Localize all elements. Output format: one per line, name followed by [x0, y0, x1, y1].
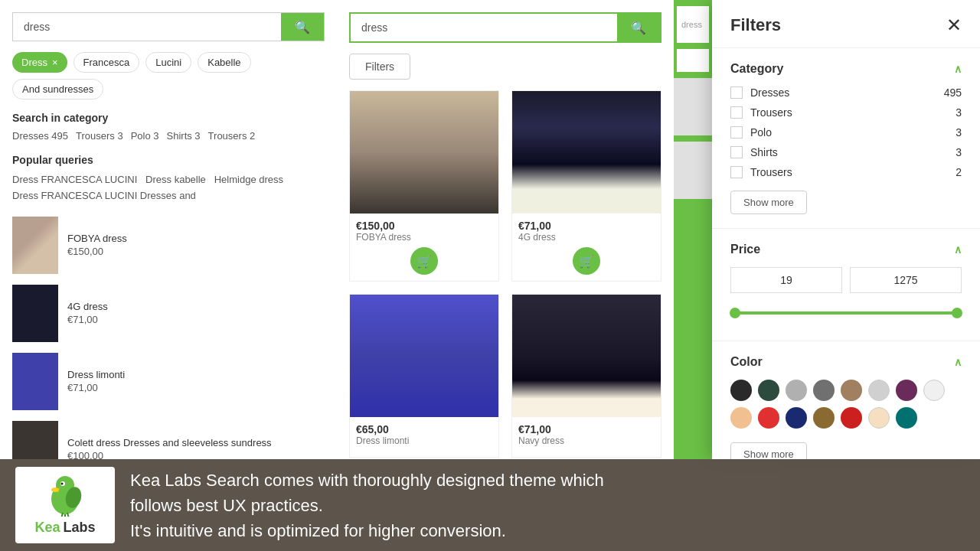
trousers2-count: 2 — [956, 166, 962, 178]
product-thumb-4 — [12, 421, 58, 459]
color-swatch-1[interactable] — [758, 380, 779, 401]
product-card-image-3 — [350, 295, 498, 417]
trousers1-count: 3 — [956, 106, 962, 119]
color-swatch-7[interactable] — [923, 380, 945, 401]
query-4[interactable]: Dress FRANCESCA LUCINI Dresses and — [12, 190, 196, 201]
middle-search-button[interactable]: 🔍 — [617, 14, 660, 41]
card-price-1: €150,00 — [356, 220, 492, 232]
price-chevron-up-icon: ∧ — [954, 243, 962, 256]
category-show-more-button[interactable]: Show more — [730, 191, 807, 214]
cat-shirts[interactable]: Shirts 3 — [167, 130, 201, 142]
product-card-body-2: €71,00 4G dress 🛒 — [512, 214, 661, 281]
product-card-body-1: €150,00 FOBYA dress 🛒 — [350, 214, 498, 281]
middle-search-bar: 🔍 — [349, 12, 662, 43]
add-to-cart-button-2[interactable]: 🛒 — [573, 247, 600, 275]
color-swatch-11[interactable] — [813, 407, 835, 429]
search-in-category-title: Search in category — [12, 112, 325, 124]
product-card-image-4 — [512, 295, 661, 417]
cat-trousers1[interactable]: Trousers 3 — [76, 130, 123, 142]
tag-dress-close[interactable]: × — [52, 57, 58, 68]
tag-sundresses[interactable]: And sundresses — [12, 79, 103, 99]
cat-dresses[interactable]: Dresses 495 — [12, 130, 68, 142]
category-row-trousers2: Trousers 2 — [730, 166, 962, 178]
product-card-image-2 — [512, 91, 661, 214]
polo-checkbox[interactable] — [730, 126, 743, 139]
price-inputs — [730, 267, 962, 293]
list-item: 4G dress €71,00 — [12, 285, 325, 342]
color-swatch-13[interactable] — [868, 407, 890, 429]
product-name-1: FOBYA dress — [67, 233, 325, 244]
product-info-4: Colett dress Dresses and sleeveless sund… — [67, 437, 325, 459]
tag-dress[interactable]: Dress × — [12, 52, 67, 73]
banner-line-3: It's intuitive and is optimized for high… — [130, 521, 506, 540]
cart-icon: 🛒 — [579, 254, 594, 269]
filters-close-button[interactable]: ✕ — [946, 16, 962, 34]
left-search-button[interactable]: 🔍 — [281, 13, 324, 41]
color-swatch-14[interactable] — [896, 407, 917, 429]
product-info-3: Dress limonti €71,00 — [67, 369, 325, 393]
category-section-title[interactable]: Category ∧ — [730, 62, 962, 76]
color-swatch-6[interactable] — [896, 380, 917, 401]
polo-count: 3 — [956, 126, 962, 139]
banner-line-1: Kea Labs Search comes with thoroughly de… — [130, 471, 604, 490]
right-product-partial — [674, 78, 712, 135]
price-filter-section: Price ∧ — [712, 229, 980, 341]
trousers2-checkbox[interactable] — [730, 166, 743, 178]
tag-francesca[interactable]: Francesca — [74, 52, 140, 73]
category-row-dresses: Dresses 495 — [730, 86, 962, 99]
slider-thumb-min[interactable] — [730, 308, 740, 318]
category-list: Dresses 495 Trousers 3 Polo 3 Shirts 3 T… — [12, 130, 325, 142]
list-item: Dress limonti €71,00 — [12, 353, 325, 410]
price-slider[interactable] — [730, 305, 962, 321]
color-swatch-5[interactable] — [868, 380, 890, 401]
price-min-input[interactable] — [730, 267, 842, 293]
labs-text: Labs — [64, 520, 96, 536]
tag-lucini[interactable]: Lucini — [145, 52, 191, 73]
product-card-body-4: €71,00 Navy dress — [512, 417, 661, 457]
category-label: Category — [730, 62, 783, 76]
cat-trousers2[interactable]: Trousers 2 — [208, 130, 256, 142]
list-item: FOBYA dress €150,00 — [12, 217, 325, 274]
product-info-1: FOBYA dress €150,00 — [67, 233, 325, 257]
dresses-count: 495 — [944, 86, 962, 99]
color-swatch-2[interactable] — [786, 380, 807, 401]
color-show-more-button[interactable]: Show more — [730, 442, 807, 459]
price-section-title[interactable]: Price ∧ — [730, 243, 962, 256]
query-1[interactable]: Dress FRANCESCA LUCINI — [12, 174, 137, 185]
filters-panel: Filters ✕ Category ∧ Dresses 495 Trouser… — [712, 0, 980, 459]
color-swatch-8[interactable] — [730, 407, 752, 429]
right-panel: dress — [674, 0, 712, 459]
shirts-checkbox[interactable] — [730, 146, 743, 158]
filters-title: Filters — [730, 15, 781, 35]
left-search-input[interactable] — [13, 13, 281, 41]
product-info-2: 4G dress €71,00 — [67, 301, 325, 325]
svg-point-3 — [61, 483, 64, 485]
slider-fill — [735, 311, 957, 315]
slider-thumb-max[interactable] — [952, 308, 962, 318]
dresses-checkbox[interactable] — [730, 86, 743, 99]
cat-polo[interactable]: Polo 3 — [131, 130, 159, 142]
color-chevron-up-icon: ∧ — [954, 356, 962, 368]
color-swatch-9[interactable] — [758, 407, 779, 429]
color-swatch-12[interactable] — [841, 407, 862, 429]
middle-search-input[interactable] — [351, 14, 617, 41]
product-price-1: €150,00 — [67, 246, 325, 257]
add-to-cart-button-1[interactable]: 🛒 — [410, 247, 438, 275]
color-swatch-4[interactable] — [841, 380, 862, 401]
color-swatch-3[interactable] — [813, 380, 835, 401]
query-2[interactable]: Dress kabelle — [145, 174, 206, 185]
color-section-title[interactable]: Color ∧ — [730, 355, 962, 369]
color-swatch-0[interactable] — [730, 380, 752, 401]
tag-kabelle[interactable]: Kabelle — [198, 52, 250, 73]
banner-text: Kea Labs Search comes with thoroughly de… — [130, 468, 965, 543]
dresses-label: Dresses — [750, 86, 789, 99]
product-card-4: €71,00 Navy dress — [511, 294, 662, 458]
price-max-input[interactable] — [850, 267, 962, 293]
trousers1-checkbox[interactable] — [730, 106, 743, 119]
list-item: Colett dress Dresses and sleeveless sund… — [12, 421, 325, 459]
product-thumb-2 — [12, 285, 58, 342]
product-card-image-1 — [350, 91, 498, 214]
color-swatch-10[interactable] — [786, 407, 807, 429]
filters-button[interactable]: Filters — [349, 54, 410, 80]
query-3[interactable]: Helmidge dress — [214, 174, 283, 185]
